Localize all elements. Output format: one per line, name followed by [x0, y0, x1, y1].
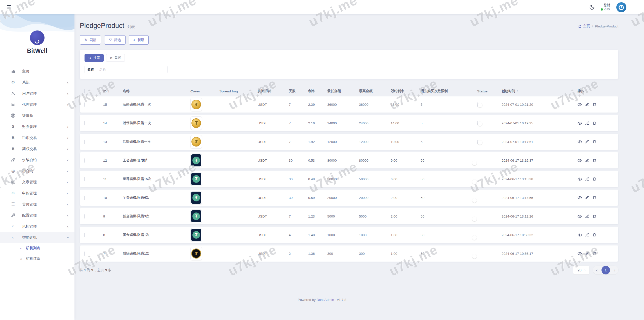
edit-icon[interactable] — [585, 102, 589, 106]
edit-icon[interactable] — [585, 177, 589, 181]
prev-page-button[interactable]: ‹ — [596, 268, 597, 272]
edit-icon[interactable] — [585, 214, 589, 218]
row-checkbox[interactable] — [84, 121, 85, 125]
view-icon[interactable] — [578, 233, 582, 237]
row-checkbox[interactable] — [84, 177, 85, 181]
view-icon[interactable] — [578, 158, 582, 163]
view-icon[interactable] — [578, 177, 582, 181]
select-all-checkbox[interactable] — [84, 89, 85, 93]
cell-rate: 1.36 — [308, 252, 327, 256]
cell-buy-limit: 50 — [421, 233, 477, 237]
sidebar-item-11[interactable]: ⊕申购管理‹ — [0, 188, 74, 199]
cell-min-amount: 300 — [327, 252, 359, 256]
row-select-cell — [80, 121, 103, 125]
toggle-knob — [472, 254, 477, 259]
dcat-admin-link[interactable]: Dcat Admin — [317, 298, 334, 302]
edit-icon[interactable] — [585, 233, 589, 237]
delete-icon[interactable] — [592, 233, 596, 237]
sidebar-item-1[interactable]: ⚙系统‹ — [0, 77, 74, 88]
view-icon[interactable] — [578, 121, 582, 125]
cell-name: 鉑金礦機/限購3次 — [123, 214, 190, 219]
user-menu[interactable]: 發財 在线 — [601, 3, 610, 11]
sidebar-item-5[interactable]: $财务管理‹ — [0, 121, 74, 132]
cell-max-amount: 300 — [359, 252, 391, 256]
view-icon[interactable] — [578, 252, 582, 256]
chevron-left-icon: ‹ — [67, 180, 68, 184]
row-checkbox[interactable] — [84, 102, 85, 107]
sidebar-subitem-1[interactable]: ○矿机订单 — [0, 254, 74, 264]
delete-icon[interactable] — [592, 140, 596, 144]
edit-icon[interactable] — [585, 140, 589, 144]
cover-image[interactable]: ₮ — [190, 116, 202, 130]
sort-arrow-icon[interactable]: ↑ — [108, 89, 110, 93]
sidebar-item-10[interactable]: 文章管理‹ — [0, 176, 74, 188]
cover-image[interactable]: ₮ — [190, 135, 202, 149]
sidebar-item-7[interactable]: ฿期权交易‹ — [0, 143, 74, 154]
search-button[interactable]: 搜索 — [85, 54, 104, 62]
row-checkbox[interactable] — [84, 233, 85, 237]
row-checkbox[interactable] — [84, 158, 85, 163]
row-checkbox[interactable] — [84, 196, 85, 200]
breadcrumb-home[interactable]: 主页 — [578, 24, 590, 28]
sidebar-item-8[interactable]: 永续合约‹ — [0, 154, 74, 165]
delete-icon[interactable] — [592, 196, 596, 200]
reset-button[interactable]: ↺ 重置 — [106, 54, 125, 62]
sidebar-item-15[interactable]: ○智能矿机‹ — [0, 232, 74, 243]
row-checkbox[interactable] — [84, 214, 85, 219]
view-icon[interactable] — [578, 140, 582, 144]
delete-icon[interactable] — [592, 252, 596, 256]
sidebar-item-12[interactable]: ☰首页管理‹ — [0, 199, 74, 210]
funnel-icon — [109, 38, 112, 42]
filter-button[interactable]: 筛选 — [104, 35, 126, 45]
cover-image[interactable]: ₮ — [190, 209, 202, 223]
edit-icon[interactable] — [585, 121, 589, 125]
delete-icon[interactable] — [592, 177, 596, 181]
edit-icon[interactable] — [585, 196, 589, 200]
sidebar-item-0[interactable]: 主页 — [0, 66, 74, 77]
view-icon[interactable] — [578, 214, 582, 219]
page-size-select[interactable]: 20 ‹ — [573, 266, 589, 274]
view-icon[interactable] — [578, 102, 582, 107]
sidebar-subitem-0[interactable]: ○矿机列表 — [0, 243, 74, 254]
sort-arrow-icon[interactable]: ↑ — [516, 89, 518, 93]
refresh-button[interactable]: ↻ 刷新 — [80, 35, 101, 45]
avatar[interactable] — [616, 2, 626, 12]
page-footer: Powered by Dcat Admin · v1.7.8 — [0, 298, 644, 302]
cover-image[interactable]: ₮ — [190, 172, 202, 186]
dark-mode-icon[interactable] — [589, 5, 595, 10]
sidebar-item-6[interactable]: B币币交易‹ — [0, 132, 74, 143]
next-page-button[interactable]: › — [614, 268, 615, 272]
sidebar-item-14[interactable]: ○风控管理‹ — [0, 221, 74, 232]
delete-icon[interactable] — [592, 102, 596, 106]
cell-days: 2 — [289, 252, 308, 256]
sidebar-toggle-icon[interactable]: ☰ — [7, 5, 11, 10]
view-icon[interactable] — [578, 196, 582, 200]
edit-icon[interactable] — [585, 252, 589, 256]
cover-image[interactable]: ₮ — [190, 191, 202, 204]
status-toggle[interactable] — [477, 140, 478, 144]
edit-icon[interactable] — [585, 158, 589, 162]
cover-image[interactable]: ₮ — [190, 154, 202, 167]
name-filter-input[interactable] — [96, 66, 167, 73]
status-toggle[interactable] — [477, 121, 478, 125]
sidebar-item-9[interactable]: ◎秒合约‹ — [0, 165, 74, 176]
refresh-icon: ↻ — [84, 38, 88, 42]
sidebar-item-2[interactable]: 用户管理‹ — [0, 88, 74, 99]
delete-icon[interactable] — [592, 121, 596, 125]
sidebar-item-3[interactable]: 代理管理‹ — [0, 99, 74, 110]
delete-icon[interactable] — [592, 214, 596, 218]
current-page-button[interactable]: 1 — [601, 266, 610, 274]
row-checkbox[interactable] — [84, 140, 85, 144]
sidebar-item-label: 期权交易 — [22, 147, 37, 151]
cover-image[interactable]: ₮ — [190, 98, 202, 111]
cover-image[interactable]: ₮ — [190, 228, 202, 242]
sidebar-item-label: 风控管理 — [22, 224, 37, 229]
sidebar-item-label: 申购管理 — [22, 191, 37, 196]
row-checkbox[interactable] — [84, 252, 85, 256]
create-button[interactable]: + 新增 — [129, 35, 149, 45]
cover-image[interactable]: ₮ — [190, 247, 202, 260]
sidebar-item-13[interactable]: 配置管理‹ — [0, 210, 74, 221]
delete-icon[interactable] — [592, 158, 596, 162]
sidebar-item-4[interactable]: 渠道商 — [0, 110, 74, 121]
status-toggle[interactable] — [477, 102, 478, 107]
